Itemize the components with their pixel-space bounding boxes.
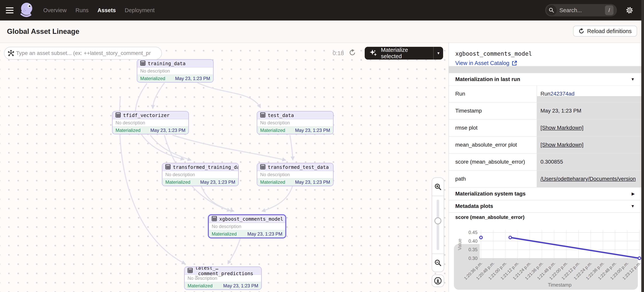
search-input[interactable] <box>560 7 596 14</box>
nav-item-overview[interactable]: Overview <box>43 7 67 14</box>
show-markdown-link[interactable]: [Show Markdown] <box>540 125 584 131</box>
asset-node-transformed-training-data[interactable]: transformed_training_data No description… <box>162 163 239 186</box>
asset-description: No description <box>257 119 333 127</box>
sparkles-icon <box>369 49 378 58</box>
asset-description: No description <box>137 68 213 75</box>
score-line-chart: 1:20:36 p.m.1:20:48 p.m.1:21:00 p.m.1:21… <box>449 223 641 292</box>
row-label: Run <box>449 86 536 102</box>
settings-gear-icon[interactable] <box>626 6 634 14</box>
materialization-date[interactable]: May 23, 1:23 PM <box>150 128 186 133</box>
section-materialization-in-last-run[interactable]: Materialization in last run ▼ <box>449 73 642 86</box>
nav-links: Overview Runs Assets Deployment <box>43 7 154 14</box>
chevron-right-icon[interactable]: ▶ <box>632 191 635 196</box>
external-link-icon <box>512 61 517 66</box>
materialize-options-caret[interactable]: ▾ <box>434 51 443 56</box>
materialization-date[interactable]: May 23, 1:23 PM <box>248 231 282 237</box>
path-link[interactable]: /Users/odetteharary/Documents/version <box>540 176 636 182</box>
asset-node-tfidf-vectorizer[interactable]: tfidf_vectorizer No description Material… <box>112 111 189 134</box>
section-materialization-system-tags[interactable]: Materialization system tags ▶ <box>449 188 642 200</box>
zoom-in-button[interactable] <box>432 178 444 196</box>
reload-definitions-button[interactable]: Reload definitions <box>573 26 637 37</box>
global-search[interactable]: / <box>545 4 617 17</box>
asset-name: xgboost_comments_model <box>219 216 283 222</box>
nav-item-runs[interactable]: Runs <box>76 7 89 14</box>
asset-name: test_data <box>268 113 294 118</box>
asset-filter-input[interactable] <box>16 50 151 56</box>
download-icon <box>434 277 442 285</box>
graph-refresh-icon[interactable] <box>349 49 356 57</box>
row-value: [Show Markdown] <box>536 137 642 153</box>
table-icon <box>116 112 121 118</box>
refresh-timer: 0:18 <box>332 50 348 57</box>
chevron-down-icon[interactable]: ▼ <box>631 204 635 208</box>
metadata-table: Run Run 242374ad Timestamp May 23, 1:23 … <box>449 86 642 188</box>
materialization-date[interactable]: May 23, 1:23 PM <box>175 76 210 81</box>
asset-details-panel: xgboost_comments_model View in Asset Cat… <box>448 43 644 292</box>
top-nav: Overview Runs Assets Deployment / <box>0 0 644 21</box>
asset-name: transformed_training_data <box>173 164 239 170</box>
search-shortcut-badge: / <box>605 6 614 15</box>
table-row-score: score (mean_absolute_error) 0.300855 <box>449 154 642 171</box>
search-icon <box>546 5 557 16</box>
metric-chart-title: score (mean_absolute_error) <box>455 214 524 220</box>
materialize-selected-label: Materialize selected <box>381 47 429 60</box>
asset-node-test-data[interactable]: test_data No description MaterializedMay… <box>257 111 334 134</box>
materialization-date[interactable]: May 23, 1:23 PM <box>295 179 330 185</box>
download-graph-button[interactable] <box>432 274 444 287</box>
status-badge: Materialized <box>188 283 212 288</box>
table-row-run: Run Run 242374ad <box>449 86 642 103</box>
page-header: Global Asset Lineage Reload definitions <box>0 21 644 43</box>
table-row-path: path /Users/odetteharary/Documents/versi… <box>449 171 642 188</box>
svg-text:0.40: 0.40 <box>468 238 478 244</box>
table-icon <box>140 61 146 67</box>
asset-name: training_data <box>148 61 186 66</box>
row-label: mean_absolute_error plot <box>449 137 536 153</box>
row-value: Run 242374ad <box>536 86 642 102</box>
zoom-controls <box>432 177 444 272</box>
refresh-icon <box>578 28 584 34</box>
asset-description: No description <box>162 171 238 178</box>
status-badge: Materialized <box>140 76 165 81</box>
asset-description: No description <box>257 171 333 178</box>
row-value: [Show Markdown] <box>536 120 642 136</box>
zoom-slider-handle[interactable] <box>434 217 441 224</box>
page-scrollbar[interactable] <box>641 0 644 292</box>
row-label: rmse plot <box>449 120 536 136</box>
table-row-timestamp: Timestamp May 23, 1:23 PM <box>449 103 642 120</box>
asset-node-transformed-test-data[interactable]: transformed_test_data No description Mat… <box>257 163 334 186</box>
run-id-link[interactable]: 242374ad <box>550 91 574 97</box>
materialization-date[interactable]: May 23, 1:23 PM <box>223 283 258 288</box>
asset-node-training-data[interactable]: training_data No description Materialize… <box>137 59 214 83</box>
asset-lineage-graph[interactable]: 0:18 Materialize selected ▾ training_dat… <box>0 43 448 292</box>
materialization-date[interactable]: May 23, 1:23 PM <box>200 179 235 185</box>
chevron-down-icon[interactable]: ▼ <box>631 77 635 82</box>
table-icon <box>188 268 193 274</box>
view-in-asset-catalog-link[interactable]: View in Asset Catalog <box>455 60 517 66</box>
zoom-slider-track[interactable] <box>437 200 439 250</box>
update-flash-band <box>449 66 641 73</box>
materialize-selected-button[interactable]: Materialize selected ▾ <box>365 47 443 60</box>
section-metadata-plots[interactable]: Metadata plots ▼ <box>449 200 642 212</box>
page-title: Global Asset Lineage <box>7 28 80 36</box>
status-badge: Materialized <box>260 179 285 185</box>
nav-item-deployment[interactable]: Deployment <box>125 7 155 14</box>
asset-node-latest-comment-predictions[interactable]: latest_…_comment_predictions No descript… <box>184 266 262 290</box>
table-icon <box>212 216 217 222</box>
asset-node-xgboost-comments-model[interactable]: xgboost_comments_model No description Ma… <box>208 214 286 238</box>
menu-icon[interactable] <box>6 6 14 15</box>
status-badge: Materialized <box>260 128 285 133</box>
status-badge: Materialized <box>212 231 236 237</box>
show-markdown-link[interactable]: [Show Markdown] <box>540 142 584 148</box>
svg-text:0.35: 0.35 <box>468 247 478 252</box>
asset-filter-input-wrap <box>4 47 162 60</box>
nav-item-assets[interactable]: Assets <box>98 7 116 14</box>
table-icon <box>260 164 266 170</box>
materialization-date[interactable]: May 23, 1:23 PM <box>295 128 330 133</box>
asset-name: latest_…_comment_predictions <box>195 266 258 276</box>
svg-text:0.45: 0.45 <box>468 230 478 235</box>
asset-name: transformed_test_data <box>268 164 329 170</box>
dagster-logo-icon[interactable] <box>19 2 34 18</box>
row-label: score (mean_absolute_error) <box>449 154 536 170</box>
zoom-out-button[interactable] <box>432 253 444 272</box>
row-label: path <box>449 171 536 187</box>
